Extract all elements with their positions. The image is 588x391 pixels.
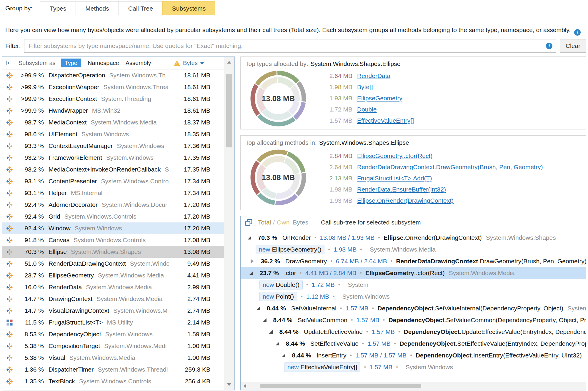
table-row[interactable]: 93.1 %HelperMS.Internal17.34 MB [2,187,224,199]
row-namespace: System.Windows [117,142,172,149]
top-methods-title-prefix: Top allocating methods in: [245,139,317,146]
table-row[interactable]: >99.9 %ExceptionWrapperSystem.Windows.Th… [2,81,224,93]
allocation-tag[interactable]: new EffectiveValueEntry[] [284,362,360,372]
table-row[interactable]: 51.0 %RenderDataDrawingContextSystem.Win… [2,258,224,269]
scroll-down-icon[interactable] [227,383,231,386]
legend-link[interactable]: EffectiveValueEntry[] [357,117,414,124]
filter-info-icon[interactable]: i [546,43,552,49]
groupmode-assembly[interactable]: Assembly [126,60,151,66]
bullet-separator: • [330,258,332,264]
table-row[interactable]: 98.7 %MediaContextSystem.Windows.Media18… [2,117,224,128]
row-namespace: System.Windows.Threadi [98,366,172,373]
horizontal-scrollbar-thumb[interactable] [260,384,421,388]
allocation-tag[interactable]: new Double() [259,280,303,289]
table-row[interactable]: 92.4 %AdornerDecoratorSystem.Windows.Doc… [2,199,224,211]
legend-link[interactable]: Ellipse.OnRender(DrawingContext) [357,197,454,204]
legend-link[interactable]: RenderDataDrawingContext.DrawGeometry(Br… [357,164,543,171]
tab-methods[interactable]: Methods [76,1,119,15]
bullet-separator: • [396,364,398,370]
tab-call-tree[interactable]: Call Tree [119,1,163,15]
expander-expanded-icon[interactable] [263,318,271,322]
legend-link[interactable]: EllipseGeometry [357,95,402,102]
calltree-row[interactable]: 36.2 %DrawGeometry•6.74 MB / 2.64 MB•Ren… [241,255,586,267]
table-row[interactable]: 11.5 %FrugalStructList<T>MS.Utility2.14 … [2,317,224,328]
info-icon[interactable]: i [574,29,581,36]
calltree-row[interactable]: 8.44 %UpdateEffectiveValue•1.57 MB•Depen… [241,326,586,338]
table-row[interactable]: 93.2 %MediaContext+InvokeOnRenderCallbac… [2,164,224,175]
node-name: SetEffectiveValue [310,340,359,347]
table-row[interactable]: 92.4 %WindowSystem.Windows17.20 MB [2,222,224,234]
expander-collapsed-icon[interactable] [251,259,259,264]
calltree-row[interactable]: new EllipseGeometry()•1.93 MB•System.Win… [241,244,586,255]
table-row[interactable]: 92.4 %GridSystem.Windows.Controls17.20 M… [2,211,224,222]
groupmode-namespace[interactable]: Namespace [88,60,119,66]
table-row[interactable]: >99.9 %DispatcherOperationSystem.Windows… [2,69,224,81]
table-row[interactable]: >99.9 %ExecutionContextSystem.Threading1… [2,93,224,105]
toggle-own[interactable]: Own [277,219,289,226]
table-row[interactable]: 93.2 %FrameworkElementSystem.Windows17.3… [2,152,224,164]
table-row[interactable]: 16.0 %RenderDataSystem.Windows.Media2.99… [2,281,224,293]
method-class: DependencyObject [399,340,455,347]
scroll-left-icon[interactable] [244,384,246,388]
clear-filter-button[interactable]: Clear [560,39,586,53]
row-percent: 1.36 % [17,366,44,373]
table-row[interactable]: 5.38 %VisualSystem.Windows.Media1.00 MB [2,352,224,364]
allocation-tag[interactable]: new EllipseGeometry() [256,245,324,254]
bytes-column-header[interactable]: Bytes [174,60,204,66]
calltree-row[interactable]: new Double()•1.72 MB•System [241,279,586,291]
toggle-total[interactable]: Total [258,219,271,226]
expander-expanded-icon[interactable] [269,330,277,334]
table-row[interactable]: 8.53 %DependencyObjectSystem.Windows1.59… [2,328,224,340]
node-sizes: 1.57 MB [345,305,368,312]
scroll-up-icon[interactable] [227,61,231,64]
subsystem-icon [6,366,14,373]
expander-expanded-icon[interactable] [282,354,290,357]
calltree-row[interactable]: 23.7 %.ctor•4.41 MB / 2.84 MB•EllipseGeo… [241,267,586,279]
table-row[interactable]: 5.38 %CompositionTargetSystem.Windows.Me… [2,340,224,352]
table-row[interactable]: >99.9 %HwndWrapperMS.Win3218.61 MB [2,105,224,117]
vertical-scrollbar-thumb[interactable] [226,74,232,147]
tab-types[interactable]: Types [40,1,76,15]
legend-link[interactable]: FrugalStructList<T>.Add(T) [357,175,432,182]
calltree-row[interactable]: new EffectiveValueEntry[]•1.57 MB•System… [241,361,586,373]
pin-columns-icon[interactable] [6,59,13,66]
table-row[interactable]: 1.35 %TextBlockSystem.Windows.Controls25… [2,375,224,387]
calltree-row[interactable]: new Point()•1.12 MB•System.Windows [241,291,586,302]
table-row[interactable]: 70.3 %EllipseSystem.Windows.Shapes13.08 … [2,246,224,258]
row-bytes: 17.08 MB [172,237,210,244]
table-row[interactable]: 14.7 %VisualDrawingContextSystem.Windows… [2,305,224,317]
expander-expanded-icon[interactable] [249,271,258,275]
table-row[interactable]: 23.7 %EllipseGeometrySystem.Windows.Medi… [2,269,224,281]
table-row[interactable]: 93.3 %ContextLayoutManagerSystem.Windows… [2,140,224,152]
row-namespace: System.Windows [75,225,172,232]
table-row[interactable]: 91.8 %CanvasSystem.Windows.Controls17.08… [2,234,224,246]
legend-link[interactable]: RenderData [357,72,390,79]
flatten-windows-icon[interactable] [245,219,253,227]
subsystem-icon [6,272,14,279]
vertical-scrollbar[interactable] [224,57,234,390]
calltree-row[interactable]: 8.44 %SetEffectiveValue•1.57 MB•Dependen… [241,338,586,350]
expander-expanded-icon[interactable] [256,307,265,310]
horizontal-scrollbar[interactable] [241,382,586,390]
tab-subsystems[interactable]: Subsystems [162,1,215,15]
row-bytes: 1.00 MB [172,342,210,350]
legend-link[interactable]: Double [357,106,377,113]
expander-expanded-icon[interactable] [276,342,284,345]
calltree-row[interactable]: 8.44 %SetValueCommon•1.57 MB•DependencyO… [241,314,586,326]
legend-link[interactable]: Byte[] [357,84,373,91]
legend-link[interactable]: EllipseGeometry..ctor(Rect) [357,152,432,159]
table-row[interactable]: 14.7 %DrawingContextSystem.Windows.Media… [2,293,224,305]
calltree-row[interactable]: 8.44 %InsertEntry•1.57 MB / 1.57 MB•Depe… [241,350,586,361]
table-row[interactable]: 93.1 %ContentPresenterSystem.Windows.Con… [2,175,224,187]
calltree-row[interactable]: 8.44 %SetValueInternal•1.57 MB•Dependenc… [241,302,586,314]
allocation-tag[interactable]: new Point() [259,292,297,301]
legend-link[interactable]: RenderData.EnsureBuffer(Int32) [357,186,446,193]
filter-input[interactable] [24,39,556,53]
expander-expanded-icon[interactable] [248,236,256,239]
node-sizes: 1.72 MB [312,281,335,288]
groupmode-type[interactable]: Type [61,59,81,67]
calltree-row[interactable]: 70.3 %OnRender•13.08 MB / 1.93 MB•Ellips… [241,232,586,244]
node-sizes: 1.57 MB / 1.57 MB [355,352,407,359]
table-row[interactable]: 98.6 %UIElementSystem.Windows18.35 MB [2,128,224,140]
table-row[interactable]: 1.36 %DispatcherTimerSystem.Windows.Thre… [2,364,224,375]
